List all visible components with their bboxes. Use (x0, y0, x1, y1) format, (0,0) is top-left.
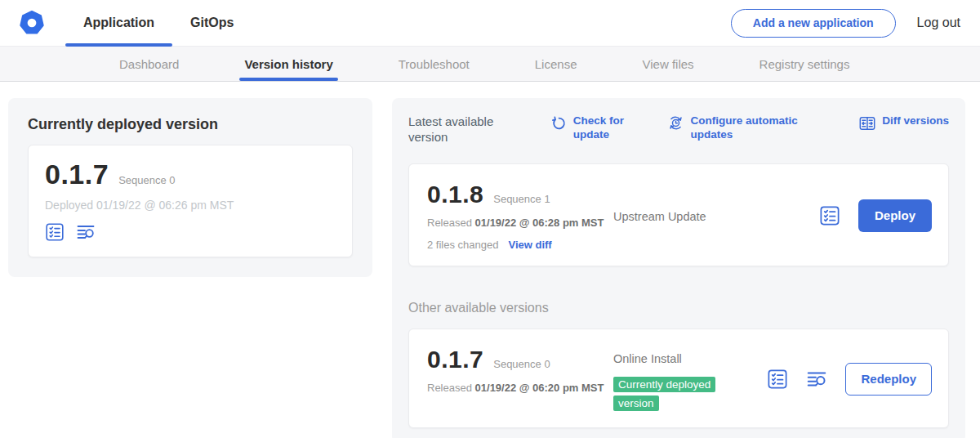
refresh-icon (550, 114, 568, 132)
main-content: Currently deployed version 0.1.7 Sequenc… (0, 82, 980, 438)
subnav-registry-settings-label: Registry settings (760, 57, 850, 71)
deployed-version-card: 0.1.7 Sequence 0 Deployed 01/19/22 @ 06:… (28, 145, 353, 257)
subnav-dashboard-label: Dashboard (119, 57, 179, 71)
other-versions-title: Other available versions (408, 301, 949, 315)
subnav-license[interactable]: License (530, 47, 582, 81)
subnav-troubleshoot-label: Troubleshoot (399, 57, 470, 71)
subnav-dashboard[interactable]: Dashboard (114, 47, 184, 81)
latest-available-title: Latest available version (408, 114, 513, 145)
preflight-checklist-icon[interactable] (45, 222, 65, 242)
subnav-version-history[interactable]: Version history (239, 47, 337, 81)
subnav-license-label: License (535, 57, 577, 71)
released-prefix: Released (427, 382, 472, 394)
latest-version-number: 0.1.8 (427, 181, 483, 208)
subnav-view-files-label: View files (642, 57, 693, 71)
top-nav: Application GitOps Add a new application… (0, 0, 980, 47)
subnav-view-files[interactable]: View files (637, 47, 698, 81)
other-release-card: 0.1.7 Sequence 0 Released 01/19/22 @ 06:… (408, 328, 949, 428)
view-logs-icon[interactable] (76, 222, 96, 242)
configure-automatic-updates-action[interactable]: Configure automatic updates (667, 114, 821, 142)
clock-refresh-icon (667, 114, 684, 132)
latest-available-panel: Latest available version Check for updat… (392, 98, 965, 438)
diff-columns-icon (858, 114, 876, 132)
logout-link[interactable]: Log out (917, 16, 960, 30)
preflight-checklist-icon[interactable] (819, 205, 840, 226)
released-timestamp: 01/19/22 @ 06:20 pm MST (475, 382, 604, 394)
released-timestamp: 01/19/22 @ 06:28 pm MST (475, 217, 604, 229)
diff-versions-label: Diff versions (882, 114, 949, 128)
app-subnav: Dashboard Version history Troubleshoot L… (0, 47, 980, 82)
redeploy-button[interactable]: Redeploy (845, 363, 932, 396)
tab-gitops-label: GitOps (190, 16, 234, 30)
other-sequence: Sequence 0 (493, 358, 550, 370)
check-for-update-label: Check for update (573, 114, 630, 142)
latest-release-card: 0.1.8 Sequence 1 Released 01/19/22 @ 06:… (408, 163, 949, 266)
check-for-update-action[interactable]: Check for update (550, 114, 630, 142)
diff-versions-action[interactable]: Diff versions (858, 114, 949, 132)
active-tab-underline (65, 43, 172, 47)
add-application-button[interactable]: Add a new application (731, 9, 896, 38)
view-logs-icon[interactable] (806, 369, 827, 390)
released-prefix: Released (427, 217, 472, 229)
view-diff-link[interactable]: View diff (508, 239, 551, 251)
currently-deployed-badge-wrap: Currently deployed version (613, 375, 729, 413)
tab-gitops[interactable]: GitOps (172, 0, 252, 47)
tab-application[interactable]: Application (65, 0, 172, 47)
tab-application-label: Application (83, 16, 154, 30)
subnav-registry-settings[interactable]: Registry settings (755, 47, 855, 81)
deployed-sequence: Sequence 0 (118, 174, 175, 186)
currently-deployed-badge: Currently deployed version (613, 377, 715, 411)
release-source-label: Online Install (613, 352, 767, 365)
top-tabs: Application GitOps (65, 0, 252, 47)
app-logo-icon (20, 11, 44, 35)
other-version-number: 0.1.7 (427, 346, 483, 373)
latest-sequence: Sequence 1 (493, 193, 550, 205)
files-changed-count: 2 files changed (427, 239, 498, 251)
currently-deployed-panel: Currently deployed version 0.1.7 Sequenc… (8, 98, 372, 277)
subnav-version-history-label: Version history (244, 57, 332, 71)
active-subnav-underline (239, 78, 337, 81)
deployed-version-number: 0.1.7 (45, 159, 109, 190)
subnav-troubleshoot[interactable]: Troubleshoot (394, 47, 474, 81)
currently-deployed-title: Currently deployed version (28, 116, 353, 133)
deployed-timestamp: Deployed 01/19/22 @ 06:26 pm MST (45, 199, 336, 212)
release-source-label: Upstream Update (613, 181, 819, 251)
preflight-checklist-icon[interactable] (767, 369, 788, 390)
configure-automatic-updates-label: Configure automatic updates (690, 114, 821, 142)
deploy-button[interactable]: Deploy (858, 199, 932, 232)
